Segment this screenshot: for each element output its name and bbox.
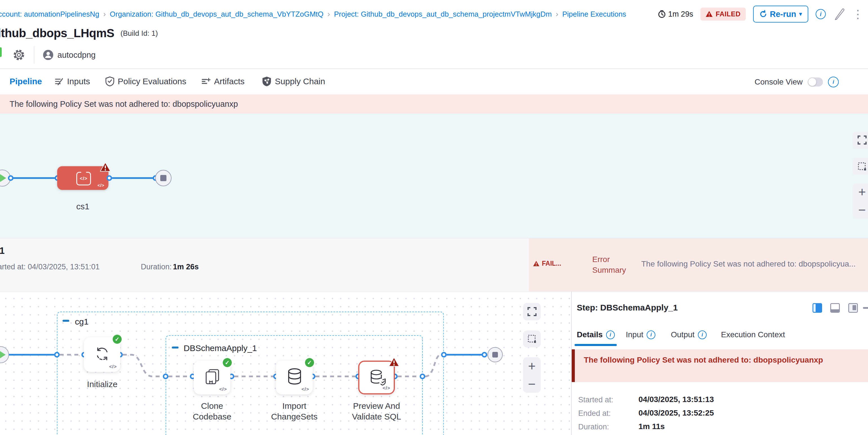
meta-row: autocdpng	[12, 45, 95, 65]
info-icon[interactable]: i	[606, 331, 615, 339]
info-icon[interactable]: i	[647, 331, 655, 339]
step-success-badge: ✓	[112, 334, 123, 345]
stage-node-cs1[interactable]: </> </>	[57, 166, 108, 190]
zoom-out-button[interactable]: −	[859, 204, 866, 216]
status-sliver	[0, 47, 2, 57]
error-summary-label: Error Summary	[592, 254, 626, 276]
panel-error-text: The following Policy Set was not adhered…	[584, 355, 868, 365]
layout-split-right-icon[interactable]	[812, 303, 822, 313]
step-initialize-label[interactable]: Initialize	[78, 379, 126, 390]
step-failed-badge	[389, 357, 399, 367]
clock-icon	[658, 10, 666, 18]
breadcrumb-separator: ›	[328, 9, 330, 19]
rerun-icon	[759, 10, 767, 18]
console-info-icon[interactable]: i	[828, 76, 839, 87]
clone-codebase-icon	[205, 369, 220, 385]
zoom-controls: + −	[852, 183, 868, 219]
artifacts-icon	[201, 76, 211, 86]
breadcrumb-account[interactable]: ccount: automationPipelinesNg	[0, 10, 99, 19]
step-preview-validate-sql[interactable]: </>	[358, 361, 395, 395]
step-initialize[interactable]: </> ✓	[84, 337, 120, 372]
info-icon[interactable]: i	[816, 9, 826, 19]
page-title-row: ithub_dbops_LHqmS (Build Id: 1)	[0, 25, 158, 42]
panel-active-tab-underline	[575, 344, 617, 346]
code-glyph-icon: </>	[97, 183, 104, 188]
panel-tab-input[interactable]: Inputi	[626, 330, 655, 339]
stage-duration: Duration: 1m 26s	[141, 262, 199, 271]
tab-bar: Pipeline Inputs Policy Evaluations Artif…	[0, 69, 868, 94]
edit-pencil-icon[interactable]	[833, 8, 845, 20]
console-view-toggle[interactable]	[808, 77, 823, 87]
policy-shield-icon	[105, 76, 114, 87]
database-icon	[287, 368, 303, 385]
zoom-in-button[interactable]: +	[528, 360, 536, 372]
panel-minimize-icon[interactable]	[863, 307, 868, 309]
stop-icon	[492, 352, 498, 358]
step-preview-validate-sql-label[interactable]: Preview And Validate SQL	[348, 401, 405, 422]
selection-icon	[527, 334, 536, 343]
panel-tab-output[interactable]: Outputi	[671, 330, 707, 339]
stage-fail-badge: FAIL...	[533, 260, 561, 267]
step-clone-codebase-label[interactable]: Clone Codebase	[187, 401, 238, 422]
breadcrumb-pipeline-executions[interactable]: Pipeline Executions	[562, 10, 626, 19]
code-glyph-icon: </>	[382, 385, 390, 391]
pipeline-stage-graph[interactable]: </> </> cs1 + −	[0, 114, 868, 238]
duration-label: Duration:	[578, 423, 609, 431]
trigger-user[interactable]: autocdpng	[58, 51, 95, 60]
tab-supply-chain[interactable]: Supply Chain	[262, 69, 325, 94]
selection-button[interactable]	[852, 158, 868, 175]
layout-floating-icon[interactable]	[848, 303, 858, 313]
error-summary-text: The following Policy Set was not adhered…	[641, 259, 856, 269]
inputs-icon	[54, 76, 64, 86]
tab-artifacts[interactable]: Artifacts	[201, 69, 244, 94]
divider	[34, 46, 34, 64]
selection-icon	[858, 162, 867, 171]
stage-name[interactable]: cs1	[57, 202, 108, 211]
panel-error-box: The following Policy Set was not adhered…	[572, 349, 868, 382]
gear-icon[interactable]	[12, 49, 25, 61]
zoom-in-button[interactable]: +	[859, 185, 866, 198]
execution-end-node	[488, 347, 503, 362]
warning-icon	[706, 11, 713, 18]
step-panel-title: Step: DBSchemaApply_1	[577, 303, 678, 312]
fullscreen-button[interactable]	[852, 131, 868, 149]
connector-port	[441, 352, 447, 358]
zoom-out-button[interactable]: −	[528, 377, 536, 391]
kebab-menu-icon[interactable]: ⋮	[852, 8, 864, 20]
custom-stage-icon: </>	[76, 172, 91, 185]
rerun-button[interactable]: Re-run ▾	[753, 6, 809, 23]
panel-tab-execution-context[interactable]: Execution Context	[721, 330, 785, 339]
started-at-label: Started at:	[578, 396, 613, 404]
user-avatar[interactable]	[43, 50, 54, 60]
step-import-changesets-label[interactable]: Import ChangeSets	[268, 401, 321, 422]
code-glyph-icon: </>	[219, 386, 227, 392]
layout-split-bottom-icon[interactable]	[830, 303, 840, 313]
play-icon	[0, 174, 6, 182]
info-icon[interactable]: i	[698, 331, 707, 339]
step-import-changesets[interactable]: </> ✓	[276, 361, 313, 395]
play-icon	[0, 351, 6, 359]
zoom-controls: + −	[523, 357, 541, 393]
tab-pipeline[interactable]: Pipeline	[9, 69, 42, 94]
breadcrumb-project[interactable]: Project: Github_db_devops_aut_db_schema_…	[334, 10, 552, 19]
execution-duration: 1m 29s	[658, 10, 693, 19]
breadcrumb-separator: ›	[103, 9, 105, 19]
panel-tab-details[interactable]: Detailsi	[577, 330, 615, 339]
tab-policy-evaluations[interactable]: Policy Evaluations	[105, 69, 186, 94]
duration-value: 1m 11s	[639, 422, 665, 431]
tab-inputs[interactable]: Inputs	[54, 69, 90, 94]
step-clone-codebase[interactable]: </> ✓	[194, 361, 230, 395]
selection-button[interactable]	[523, 331, 541, 347]
supply-chain-shield-icon	[262, 76, 272, 87]
fullscreen-button[interactable]	[523, 303, 541, 320]
fullscreen-icon	[857, 135, 867, 145]
warning-icon	[533, 260, 539, 267]
breadcrumb-organization[interactable]: Organization: Github_db_devops_aut_db_sc…	[110, 10, 323, 19]
stage-strip-title: 1	[0, 245, 4, 256]
connector-port	[482, 352, 487, 358]
breadcrumb-separator: ›	[556, 9, 558, 19]
policy-violation-text: The following Policy Set was not adhered…	[9, 99, 238, 109]
ended-at-value: 04/03/2025, 13:52:25	[639, 408, 714, 417]
code-glyph-icon: </>	[109, 364, 117, 370]
rerun-caret-icon: ▾	[799, 10, 802, 18]
